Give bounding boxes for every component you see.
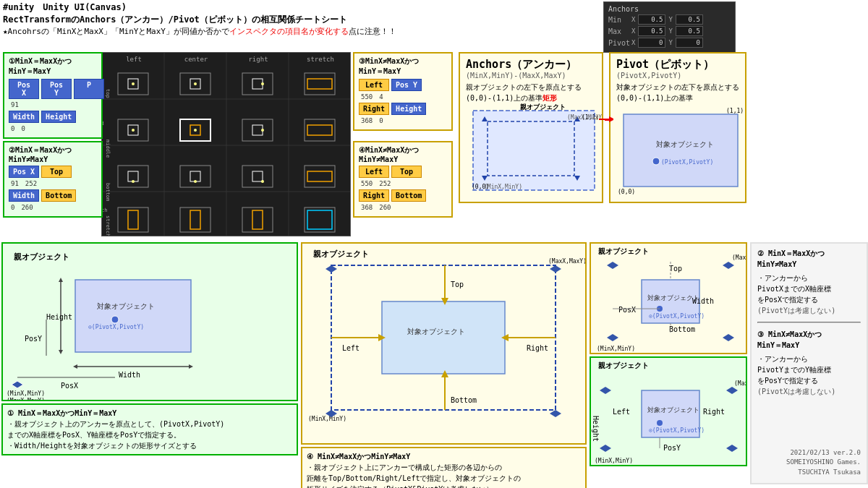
pivot-x-field[interactable]: 0 bbox=[638, 38, 665, 48]
min-y-field[interactable]: 0.5 bbox=[676, 14, 703, 25]
svg-text:stretch: stretch bbox=[102, 207, 108, 213]
case4-desc2: ・親オブジェクト上にアンカーで構成した矩形の各辺からの bbox=[307, 462, 581, 473]
case1-width-label: Width bbox=[9, 111, 39, 123]
pivot-label: Pivot bbox=[608, 39, 629, 47]
anchors-panel-title: Anchors bbox=[608, 5, 731, 13]
svg-marker-141 bbox=[600, 387, 611, 394]
svg-point-35 bbox=[194, 129, 197, 132]
svg-text:対象オブジェクト: 対象オブジェクト bbox=[656, 140, 714, 148]
min-x-label: X bbox=[631, 16, 635, 23]
case2-row2: Width Bottom bbox=[9, 189, 97, 202]
main-container: { "header": { "line1": "#unity Unity UI(… bbox=[0, 0, 868, 488]
svg-point-149 bbox=[657, 420, 663, 426]
max-y-label: Y bbox=[668, 27, 672, 35]
case2-row1-vals: 91 252 bbox=[9, 179, 97, 188]
case3-left-val: 550 bbox=[359, 93, 375, 101]
case4-row2-vals: 368 260 bbox=[359, 203, 447, 212]
pivot-desc2: (0,0)-(1,1)上の基準 bbox=[616, 94, 693, 102]
case4-title: ④MinX≠MaxXかつMinY≠MaxY bbox=[359, 145, 447, 163]
bottom-right-top-diagram: 親オブジェクト (MaxX,MaxY) (MinX,MinY) 対象オブジェクト… bbox=[590, 242, 747, 354]
min-x-field[interactable]: 0.5 bbox=[638, 14, 665, 25]
svg-text:(MinX,MinY): (MinX,MinY) bbox=[7, 390, 45, 397]
max-label: Max bbox=[608, 27, 629, 35]
footer: 2021/02/13 ver.2.0 SOMEIYOSHINO Games. T… bbox=[786, 448, 861, 478]
svg-marker-123 bbox=[607, 262, 618, 269]
svg-text:親オブジェクト: 親オブジェクト bbox=[598, 247, 649, 255]
case3-right-val: 368 bbox=[359, 116, 375, 125]
case4-box: ④MinX≠MaxXかつMinY≠MaxY Left Top 550 252 R… bbox=[353, 141, 453, 218]
footer3: TSUCHIYA Tsukasa bbox=[786, 468, 861, 478]
case4-right-val: 368 bbox=[359, 203, 375, 212]
pivot-y-field[interactable]: 0 bbox=[676, 38, 703, 48]
anchors-info-desc: 親オブジェクトの左下を原点とする (0,0)-(1,1)上の基準矩形 bbox=[466, 82, 596, 103]
case2-row1: Pos X Top bbox=[9, 166, 97, 178]
case4-svg: 親オブジェクト 対象オブジェクト Top Bottom Left Right (… bbox=[302, 244, 587, 445]
case1-row1: Pos X Pos Y P bbox=[9, 79, 97, 99]
max-x-field[interactable]: 0.5 bbox=[638, 26, 665, 36]
bottom-right-mid-diagram: 親オブジェクト (MaxX,MaxY) (MinX,MinY) 対象オブジェクト… bbox=[590, 356, 747, 466]
svg-text:親オブジェクト: 親オブジェクト bbox=[313, 249, 369, 259]
case3-title: ③MinX≠MaxXかつMinY＝MaxY bbox=[359, 56, 447, 77]
svg-marker-126 bbox=[723, 334, 734, 341]
case4-top-val: 252 bbox=[377, 179, 393, 188]
svg-marker-125 bbox=[607, 334, 618, 341]
anchors-rect-label: 矩形 bbox=[542, 94, 557, 102]
header-line3: ★Ancohrsの「MinXとMaxX」「MinYとMaxY」が同値か否かでイン… bbox=[3, 26, 396, 37]
case1-height-label: Height bbox=[41, 111, 76, 123]
anchors-max-row: Max X 0.5 Y 0.5 bbox=[608, 26, 731, 36]
case2-posx-val: 91 bbox=[9, 179, 21, 188]
anchors-min-row: Min X 0.5 Y 0.5 bbox=[608, 14, 731, 25]
pivot-y-label: Y bbox=[668, 39, 672, 46]
svg-text:Height: Height bbox=[46, 313, 72, 321]
item2-desc: ・アンカーからPivotXまでのX軸座標をPosXで指定する(PivotYは考慮… bbox=[757, 273, 861, 316]
svg-point-49 bbox=[261, 180, 264, 183]
svg-text:(MinX,MinY): (MinX,MinY) bbox=[595, 458, 633, 464]
svg-text:⊙(PivotX,PivotY): ⊙(PivotX,PivotY) bbox=[649, 427, 705, 434]
case2-bottom-label: Bottom bbox=[41, 189, 76, 202]
case1-desc4: ・Width/Heightを対象オブジェクトの矩形サイズとする bbox=[7, 440, 292, 451]
case1-row2-vals: 0 0 bbox=[9, 124, 97, 133]
header-line2: RectTransformのAnchors（アンカー）/Pivot（ピボット）の… bbox=[3, 14, 396, 26]
svg-text:(0,0): (0,0) bbox=[618, 189, 635, 195]
case3-left-label: Left bbox=[359, 79, 389, 91]
case2-top-val: 252 bbox=[23, 179, 39, 188]
case2-bottom-val: 260 bbox=[19, 203, 35, 212]
case3-row1-vals: 550 4 bbox=[359, 93, 447, 101]
case4-right-label: Right bbox=[359, 189, 389, 202]
svg-text:(MaxX,MaxY): (MaxX,MaxY) bbox=[732, 254, 747, 261]
svg-marker-114 bbox=[326, 265, 337, 273]
svg-text:(MaxX,MaxY): (MaxX,MaxY) bbox=[548, 258, 587, 265]
case1-desc2: ・親オブジェクト上のアンカーを原点として、(PivotX,PivotY) bbox=[7, 419, 292, 429]
case1-width-val: 0 bbox=[9, 124, 17, 133]
case3-posy-val: 4 bbox=[377, 93, 385, 101]
svg-point-46 bbox=[194, 180, 197, 183]
unity-grid: left center right stretch top mid bot st… bbox=[101, 52, 351, 236]
case1-desc3: までのX軸座標をPosX、Y軸座標をPosYで指定する。 bbox=[7, 429, 292, 440]
anchors-info-box: Anchors（アンカー） (MinX,MinY)-(MaxX,MaxY) 親オ… bbox=[459, 52, 603, 203]
bottom-case4-text: ④ MinX≠MaxXかつMinY≠MaxY ・親オブジェクト上にアンカーで構成… bbox=[301, 447, 587, 488]
case4-desc3: 距離をTop/Bottom/Right/Leftで指定し、対象オブジェクトの bbox=[307, 473, 581, 484]
svg-text:(MaxX,MaxY): (MaxX,MaxY) bbox=[734, 380, 747, 387]
anchors-diagram: (1,1) (MaxX,MaxY) (0,0) (MinX,MinY) 親オブジ… bbox=[466, 103, 602, 197]
bottom-case4-diagram: 親オブジェクト 対象オブジェクト Top Bottom Left Right (… bbox=[301, 242, 587, 445]
case1-height-val: 0 bbox=[19, 124, 27, 133]
svg-rect-81 bbox=[75, 280, 191, 352]
case4-row1-vals: 550 252 bbox=[359, 179, 447, 188]
case3-posy-label: Pos Y bbox=[391, 79, 422, 91]
arrow-icon bbox=[599, 112, 613, 127]
header-line1: #unity Unity UI(Canvas) bbox=[3, 1, 396, 14]
svg-text:Top: Top bbox=[669, 265, 682, 273]
case4-bottom-val: 260 bbox=[377, 203, 393, 212]
svg-text:PosY: PosY bbox=[25, 335, 42, 343]
svg-text:PosY: PosY bbox=[663, 444, 681, 452]
case4-row2: Right Bottom bbox=[359, 189, 447, 202]
case1-title: ①MinX＝MaxXかつMinY＝MaxY bbox=[9, 56, 97, 77]
case2-width-label: Width bbox=[9, 189, 39, 202]
max-y-field[interactable]: 0.5 bbox=[676, 26, 703, 36]
svg-point-27 bbox=[261, 82, 264, 85]
case3-row2-vals: 368 0 bbox=[359, 116, 447, 125]
anchors-desc2: (0,0)-(1,1)上の基準 bbox=[466, 94, 542, 102]
case4-desc1: ④ MinX≠MaxXかつMinY≠MaxY bbox=[307, 451, 581, 462]
svg-marker-115 bbox=[550, 265, 561, 273]
header-suffix: 点に注意！！ bbox=[349, 27, 396, 36]
